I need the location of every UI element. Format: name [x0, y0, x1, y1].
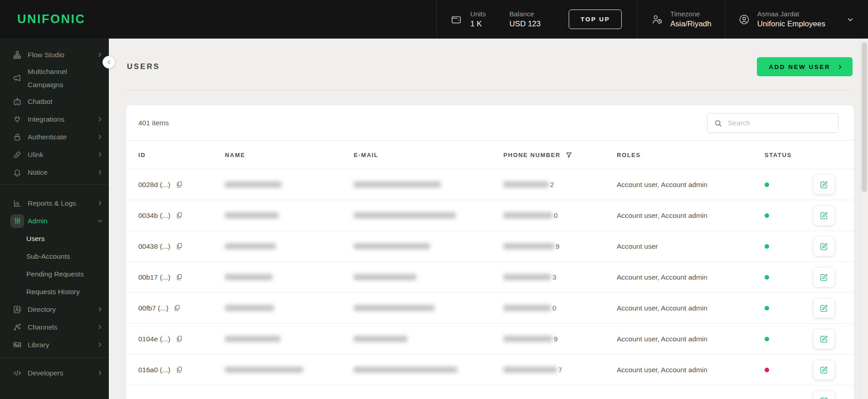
sidebar-item-channels[interactable]: Channels: [0, 318, 109, 336]
cell-id: 00b17 (...): [138, 273, 225, 281]
chevron-right-icon: [97, 324, 103, 330]
chevron-right-icon: [97, 151, 103, 158]
search-input[interactable]: [728, 119, 833, 127]
edit-user-button[interactable]: [814, 330, 834, 349]
filter-icon[interactable]: [565, 151, 573, 159]
sidebar-item-label: Flow Studio: [28, 51, 64, 59]
sidebar-item-flow-studio[interactable]: Flow Studio: [0, 46, 109, 64]
edit-user-button[interactable]: [814, 360, 834, 379]
status-dot-active: [765, 213, 769, 218]
col-header-label: STATUS: [765, 152, 792, 158]
edit-user-button[interactable]: [814, 268, 834, 287]
status-dot-active: [765, 337, 769, 341]
sidebar-item-label: Ulink: [28, 151, 43, 159]
cell-name: [225, 367, 354, 373]
redacted-email: [354, 367, 457, 373]
search-box: [707, 113, 839, 133]
copy-icon[interactable]: [176, 212, 183, 219]
user-id: 00fb7 (...): [138, 304, 168, 312]
sidebar-item-chatbot[interactable]: Chatbot: [0, 93, 109, 110]
sidebar-item-label: Reports & Logs: [28, 199, 76, 207]
plug-icon: [13, 115, 22, 124]
scrollbar[interactable]: [860, 39, 868, 399]
flow-studio-icon: [13, 50, 22, 59]
col-header-label: NAME: [225, 152, 245, 158]
chevron-left-icon: [106, 59, 112, 65]
col-header-status: STATUS: [765, 152, 814, 158]
copy-icon[interactable]: [173, 304, 181, 312]
robot-icon: [13, 97, 22, 106]
account-menu[interactable]: Asmaa Jardat Unifonic Employees: [726, 0, 868, 39]
user-id: 016a0 (...): [138, 366, 171, 374]
sidebar-item-ulink[interactable]: Ulink: [0, 146, 109, 163]
table-row: 00438 (...)9Account user: [126, 231, 854, 261]
edit-user-button[interactable]: [814, 206, 834, 225]
sidebar-item-admin[interactable]: Admin: [0, 212, 109, 230]
units-label: Units: [470, 10, 486, 18]
sidebar-subitem-pending-requests[interactable]: Pending Requests: [0, 265, 109, 283]
sidebar: Flow StudioMultichannel CampaignsChatbot…: [0, 39, 109, 399]
cell-status: [765, 306, 814, 310]
sidebar-item-reports-logs[interactable]: Reports & Logs: [0, 194, 109, 212]
edit-user-button[interactable]: [814, 237, 834, 256]
edit-icon: [819, 335, 829, 344]
cell-phone: 0: [503, 212, 617, 220]
avatar-icon: [738, 14, 750, 25]
media-icon: [13, 340, 22, 350]
cell-status: [765, 337, 814, 341]
sidebar-item-multichannel-campaigns[interactable]: Multichannel Campaigns: [0, 64, 109, 93]
cell-email: [354, 336, 503, 342]
cell-status: [765, 275, 814, 280]
status-dot-inactive: [765, 368, 769, 372]
add-new-user-label: ADD NEW USER: [769, 64, 830, 70]
col-header-id: ID: [138, 152, 225, 158]
redacted-phone: [503, 212, 552, 218]
chevron-down-icon[interactable]: [846, 15, 854, 24]
cell-name: [225, 243, 354, 249]
cell-email: [354, 243, 503, 249]
scrollbar-thumb[interactable]: [862, 42, 867, 192]
sidebar-collapse-button[interactable]: [102, 56, 115, 69]
sidebar-item-notice[interactable]: Notice: [0, 163, 109, 181]
copy-icon[interactable]: [176, 181, 183, 188]
table-row: 0104e (...)9Account user, Account admin: [126, 323, 854, 354]
col-header-label: E-MAIL: [354, 152, 378, 158]
edit-user-button[interactable]: [814, 175, 834, 194]
sidebar-item-label: Multichannel Campaigns: [28, 65, 88, 92]
cell-id: 00438 (...): [138, 242, 225, 251]
edit-user-button[interactable]: [814, 299, 834, 318]
sidebar-item-integrations[interactable]: Integrations: [0, 110, 109, 128]
sidebar-item-label: Developers: [28, 369, 63, 377]
sidebar-subitem-sub-accounts[interactable]: Sub-Accounts: [0, 247, 109, 265]
cell-actions: [814, 299, 842, 318]
col-header-phone-number: PHONE NUMBER: [503, 151, 617, 159]
cell-phone: 9: [503, 242, 617, 251]
copy-icon[interactable]: [176, 273, 183, 281]
col-header-e-mail: E-MAIL: [354, 152, 503, 158]
units-stat: Units 1 K: [470, 10, 486, 29]
sidebar-item-authenticate[interactable]: Authenticate: [0, 128, 109, 146]
top-up-button[interactable]: TOP UP: [569, 10, 622, 29]
edit-user-button[interactable]: [814, 391, 834, 399]
phone-suffix: 0: [554, 212, 558, 220]
timezone-value: Asia/Riyadh: [670, 20, 712, 29]
megaphone-icon: [13, 74, 22, 83]
search-icon: [714, 119, 722, 128]
user-id: 0034b (...): [138, 212, 171, 220]
redacted-phone: [503, 243, 554, 249]
sidebar-item-directory[interactable]: Directory: [0, 300, 109, 318]
sidebar-item-library[interactable]: Library: [0, 336, 109, 354]
add-new-user-button[interactable]: ADD NEW USER: [757, 57, 853, 76]
cell-roles: Account user, Account admin: [617, 335, 765, 343]
redacted-email: [354, 305, 434, 311]
chevron-right-icon: [97, 116, 103, 123]
copy-icon[interactable]: [176, 366, 183, 374]
wallet-icon: [450, 14, 462, 25]
user-clock-icon: [651, 14, 663, 25]
sidebar-subitem-users[interactable]: Users: [0, 230, 109, 247]
copy-icon[interactable]: [176, 335, 183, 343]
timezone-label: Timezone: [670, 10, 712, 18]
sidebar-subitem-requests-history[interactable]: Requests History: [0, 283, 109, 300]
copy-icon[interactable]: [176, 242, 183, 250]
sidebar-item-developers[interactable]: Developers: [0, 364, 109, 382]
